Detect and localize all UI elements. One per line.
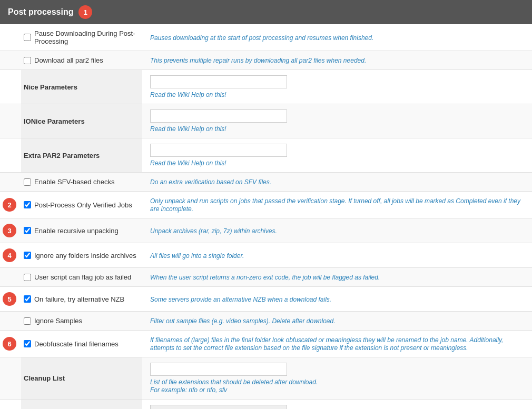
badge-cell-cleanup-list	[0, 357, 21, 400]
label-cell-ignore-samples: Ignore Samples	[21, 312, 142, 331]
badge-cell-deobfuscate: 6	[0, 331, 21, 357]
label-cell-alternative-nzb: On failure, try alternative NZB	[21, 287, 142, 312]
settings-table: Pause Downloading During Post-Processing…	[0, 24, 532, 409]
checkbox-post-process-verified[interactable]	[24, 201, 31, 208]
value-cell-alternative-nzb: Some servers provide an alternative NZB …	[142, 287, 532, 312]
value-cell-cleanup-list: List of file extensions that should be d…	[142, 357, 532, 400]
label-cell-cleanup-list: Cleanup List	[21, 357, 142, 400]
label-cell-enable-recursive: Enable recursive unpacking	[21, 218, 142, 243]
label-text-post-process-verified: Post-Process Only Verified Jobs	[34, 201, 132, 209]
label-cell-deobfuscate: Deobfuscate final filenames	[21, 331, 142, 357]
settings-row-extra-par2: Extra PAR2 ParametersRead the Wiki Help …	[0, 138, 532, 173]
page-header: Post processing 1	[0, 0, 532, 24]
value-cell-deobfuscate: If filenames of (large) files in the fin…	[142, 331, 532, 357]
description-alternative-nzb: Some servers provide an alternative NZB …	[150, 296, 331, 303]
settings-row-deobfuscate: 6Deobfuscate final filenamesIf filenames…	[0, 331, 532, 357]
header-badge: 1	[78, 5, 92, 19]
badge-cell-pause-downloading	[0, 24, 21, 51]
badge-cell-extra-par2	[0, 138, 21, 173]
value-cell-ignore-folders: All files will go into a single folder.	[142, 243, 532, 268]
value-cell-extra-par2: Read the Wiki Help on this!	[142, 138, 532, 173]
checkbox-enable-recursive[interactable]	[24, 227, 31, 234]
step-badge-4: 4	[3, 248, 16, 262]
label-cell-nice-parameters: Nice Parameters	[21, 70, 142, 104]
badge-cell-history-retention	[0, 400, 21, 410]
settings-row-ignore-folders: 4Ignore any folders inside archivesAll f…	[0, 243, 532, 268]
wiki-help-extra-par2: Read the Wiki Help on this!	[150, 159, 226, 167]
description-post-process-verified: Only unpack and run scripts on jobs that…	[150, 197, 520, 213]
checkbox-download-par2[interactable]	[24, 57, 31, 64]
settings-row-enable-recursive: 3Enable recursive unpackingUnpack archiv…	[0, 218, 532, 243]
value-cell-download-par2: This prevents multiple repair runs by do…	[142, 51, 532, 70]
label-download-par2[interactable]: Download all par2 files	[24, 56, 137, 64]
settings-row-download-par2: Download all par2 filesThis prevents mul…	[0, 51, 532, 70]
input-ionice-parameters[interactable]	[150, 109, 287, 123]
value-cell-post-process-verified: Only unpack and run scripts on jobs that…	[142, 192, 532, 218]
settings-row-alternative-nzb: 5On failure, try alternative NZBSome ser…	[0, 287, 532, 312]
step-badge-3: 3	[3, 224, 16, 237]
label-cell-ionice-parameters: IONice Parameters	[21, 104, 142, 138]
settings-row-enable-sfv: Enable SFV-based checksDo an extra verif…	[0, 173, 532, 192]
input-extra-par2[interactable]	[150, 144, 287, 157]
badge-cell-alternative-nzb: 5	[0, 287, 21, 312]
checkbox-ignore-folders[interactable]	[24, 252, 31, 259]
badge-cell-user-script-flag	[0, 268, 21, 287]
label-text-cleanup-list: Cleanup List	[24, 374, 65, 382]
label-text-ionice-parameters: IONice Parameters	[24, 117, 85, 125]
settings-row-pause-downloading: Pause Downloading During Post-Processing…	[0, 24, 532, 51]
checkbox-enable-sfv[interactable]	[24, 178, 31, 186]
label-text-user-script-flag: User script can flag job as failed	[34, 273, 131, 281]
value-cell-enable-recursive: Unpack archives (rar, zip, 7z) within ar…	[142, 218, 532, 243]
value-cell-enable-sfv: Do an extra verification based on SFV fi…	[142, 173, 532, 192]
description-pause-downloading: Pauses downloading at the start of post …	[150, 34, 373, 42]
description-ignore-samples: Filter out sample files (e.g. video samp…	[150, 317, 336, 325]
label-user-script-flag[interactable]: User script can flag job as failed	[24, 273, 137, 281]
label-post-process-verified[interactable]: Post-Process Only Verified Jobs	[24, 201, 137, 209]
input-cleanup-list[interactable]	[150, 363, 287, 376]
label-text-ignore-samples: Ignore Samples	[34, 317, 82, 325]
label-alternative-nzb[interactable]: On failure, try alternative NZB	[24, 295, 137, 303]
label-cell-user-script-flag: User script can flag job as failed	[21, 268, 142, 287]
badge-cell-enable-sfv	[0, 173, 21, 192]
checkbox-ignore-samples[interactable]	[24, 317, 31, 325]
badge-cell-ionice-parameters	[0, 104, 21, 138]
label-text-enable-recursive: Enable recursive unpacking	[34, 227, 119, 235]
label-cell-download-par2: Download all par2 files	[21, 51, 142, 70]
label-text-enable-sfv: Enable SFV-based checks	[34, 178, 114, 186]
badge-cell-download-par2	[0, 51, 21, 70]
label-text-alternative-nzb: On failure, try alternative NZB	[34, 295, 124, 303]
label-text-download-par2: Download all par2 files	[34, 56, 103, 64]
label-text-deobfuscate: Deobfuscate final filenames	[34, 340, 119, 348]
label-pause-downloading[interactable]: Pause Downloading During Post-Processing	[24, 29, 137, 45]
label-cell-ignore-folders: Ignore any folders inside archives	[21, 243, 142, 268]
label-cell-post-process-verified: Post-Process Only Verified Jobs	[21, 192, 142, 218]
label-enable-sfv[interactable]: Enable SFV-based checks	[24, 178, 137, 186]
badge-cell-ignore-folders: 4	[0, 243, 21, 268]
badge-cell-nice-parameters	[0, 70, 21, 104]
description-enable-recursive: Unpack archives (rar, zip, 7z) within ar…	[150, 227, 277, 235]
input-nice-parameters[interactable]	[150, 75, 287, 88]
value-cell-nice-parameters: Read the Wiki Help on this!	[142, 70, 532, 104]
badge-cell-post-process-verified: 2	[0, 192, 21, 218]
label-text-ignore-folders: Ignore any folders inside archives	[34, 252, 136, 260]
label-text-nice-parameters: Nice Parameters	[24, 83, 77, 91]
checkbox-alternative-nzb[interactable]	[24, 295, 31, 303]
label-deobfuscate[interactable]: Deobfuscate final filenames	[24, 340, 137, 348]
description-ignore-folders: All files will go into a single folder.	[150, 252, 244, 260]
wiki-help-cleanup-list: List of file extensions that should be d…	[150, 378, 318, 394]
value-cell-user-script-flag: When the user script returns a non-zero …	[142, 268, 532, 287]
step-badge-5: 5	[3, 292, 16, 306]
label-enable-recursive[interactable]: Enable recursive unpacking	[24, 227, 137, 235]
label-ignore-samples[interactable]: Ignore Samples	[24, 317, 137, 325]
label-ignore-folders[interactable]: Ignore any folders inside archives	[24, 252, 137, 260]
settings-row-ignore-samples: Ignore SamplesFilter out sample files (e…	[0, 312, 532, 331]
select-history-retention[interactable]: Keep all jobsDelete after 1 dayDelete af…	[150, 405, 287, 409]
description-enable-sfv: Do an extra verification based on SFV fi…	[150, 178, 271, 186]
checkbox-pause-downloading[interactable]	[24, 34, 31, 41]
checkbox-user-script-flag[interactable]	[24, 274, 31, 281]
badge-cell-enable-recursive: 3	[0, 218, 21, 243]
label-text-pause-downloading: Pause Downloading During Post-Processing	[34, 29, 137, 45]
checkbox-deobfuscate[interactable]	[24, 340, 31, 347]
label-cell-enable-sfv: Enable SFV-based checks	[21, 173, 142, 192]
page-title: Post processing	[8, 7, 73, 17]
